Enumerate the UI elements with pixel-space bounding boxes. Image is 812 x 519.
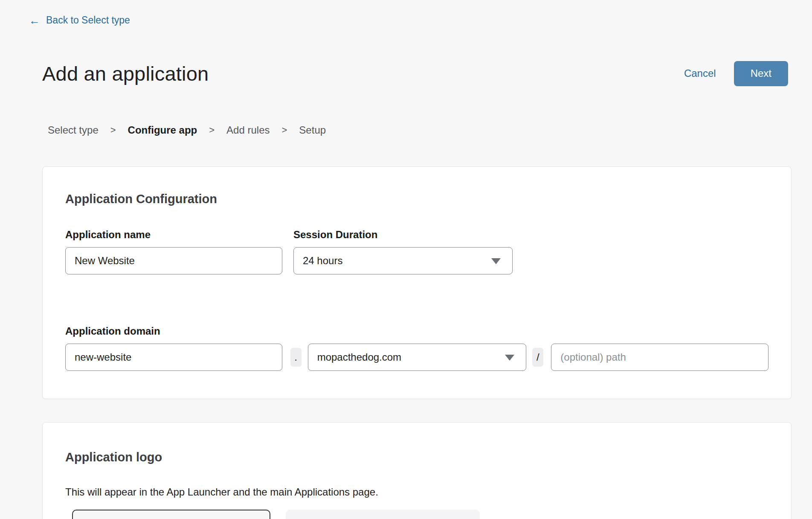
back-link-label: Back to Select type xyxy=(46,15,130,26)
breadcrumb-separator: > xyxy=(209,125,215,136)
logo-option-custom[interactable] xyxy=(286,510,480,519)
path-input[interactable] xyxy=(551,344,768,371)
application-domain-row: . mopacthedog.com / xyxy=(65,344,768,371)
application-name-input[interactable] xyxy=(65,247,282,274)
logo-options-row xyxy=(72,510,768,519)
page: ← Back to Select type Add an application… xyxy=(42,0,792,519)
slash-separator: / xyxy=(532,348,543,367)
page-title: Add an application xyxy=(42,62,209,85)
config-fields-row: Application name Session Duration 24 hou… xyxy=(65,229,768,274)
logo-option-default[interactable] xyxy=(72,510,270,519)
domain-select[interactable]: mopacthedog.com xyxy=(308,344,527,371)
application-name-label: Application name xyxy=(65,229,282,240)
breadcrumb: Select type > Configure app > Add rules … xyxy=(42,124,792,136)
dot-separator: . xyxy=(290,348,302,367)
session-duration-value: 24 hours xyxy=(303,255,342,267)
breadcrumb-step-add-rules[interactable]: Add rules xyxy=(226,124,270,136)
application-logo-card: Application logo This will appear in the… xyxy=(42,422,792,519)
session-duration-select[interactable]: 24 hours xyxy=(293,247,513,274)
application-name-field: Application name xyxy=(65,229,282,274)
next-button[interactable]: Next xyxy=(734,61,788,86)
session-duration-label: Session Duration xyxy=(293,229,513,240)
application-domain-label: Application domain xyxy=(65,326,768,336)
breadcrumb-step-setup[interactable]: Setup xyxy=(299,124,326,136)
arrow-left-icon: ← xyxy=(29,15,40,26)
application-domain-section: Application domain . mopacthedog.com / xyxy=(65,326,768,371)
breadcrumb-separator: > xyxy=(282,125,287,136)
application-configuration-card: Application Configuration Application na… xyxy=(42,166,792,399)
domain-select-value: mopacthedog.com xyxy=(317,351,401,363)
page-header: Add an application Cancel Next xyxy=(42,61,792,86)
session-duration-field: Session Duration 24 hours xyxy=(293,229,513,274)
breadcrumb-separator: > xyxy=(110,125,116,136)
logo-card-title: Application logo xyxy=(65,450,768,464)
config-card-title: Application Configuration xyxy=(65,192,768,206)
breadcrumb-step-configure-app[interactable]: Configure app xyxy=(128,124,197,136)
chevron-down-icon xyxy=(491,258,501,264)
breadcrumb-step-select-type[interactable]: Select type xyxy=(48,124,99,136)
back-link[interactable]: ← Back to Select type xyxy=(29,15,130,26)
header-actions: Cancel Next xyxy=(684,61,788,86)
chevron-down-icon xyxy=(505,355,514,361)
cancel-button[interactable]: Cancel xyxy=(684,67,716,79)
subdomain-input[interactable] xyxy=(65,344,282,371)
logo-card-description: This will appear in the App Launcher and… xyxy=(65,486,768,498)
